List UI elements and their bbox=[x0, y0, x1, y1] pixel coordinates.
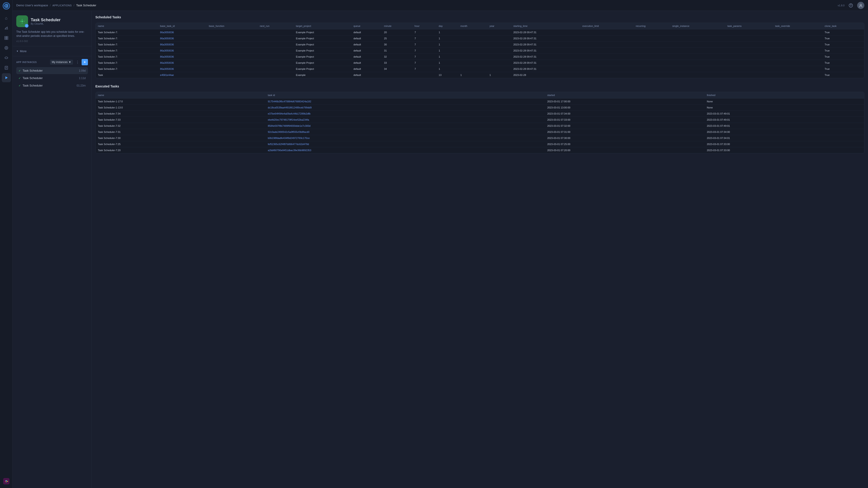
table-row: Task Scheduler-7:20a2bbf60790e8451dbac39… bbox=[96, 147, 864, 153]
table-cell: 25 bbox=[382, 35, 412, 41]
instance-name: Task Scheduler bbox=[23, 76, 77, 80]
table-row: Task Scheduler-1-17:09175446b3f6c470884d… bbox=[96, 98, 864, 105]
table-cell: 2023-02-28 09:47:31 bbox=[511, 66, 580, 72]
table-cell: 2023-03-01 07:49:01 bbox=[705, 117, 864, 123]
table-cell bbox=[670, 66, 725, 72]
table-cell: 7 bbox=[412, 66, 436, 72]
sidebar-item-reports[interactable] bbox=[2, 63, 11, 72]
table-cell: b0b198fdadfe434f9d24972769c170ce bbox=[266, 135, 545, 141]
table-cell bbox=[487, 41, 511, 48]
executed-table-wrapper: nametask idstartedfinished Task Schedule… bbox=[96, 92, 864, 153]
table-cell bbox=[633, 29, 670, 35]
slack-icon[interactable] bbox=[3, 478, 9, 484]
instance-check-icon: ✓ bbox=[19, 84, 21, 87]
scheduled-col-header: name bbox=[96, 23, 158, 29]
table-cell: Example Project bbox=[293, 35, 351, 41]
table-cell: 7 bbox=[412, 35, 436, 41]
table-cell: 7 bbox=[412, 54, 436, 60]
instances-header: APP INSTANCES My instances ▼ ⋮ + bbox=[16, 59, 88, 65]
task-id-link[interactable]: 92c0ade2490542c5a9f555cf3b8facd0 bbox=[268, 131, 309, 133]
my-instances-filter[interactable]: My instances ▼ bbox=[50, 60, 73, 65]
sidebar-item-experiments[interactable] bbox=[2, 24, 11, 33]
table-cell: default bbox=[351, 48, 382, 54]
table-row: Task Scheduler-7:25fef52365c62f4f87b8664… bbox=[96, 141, 864, 147]
table-cell: 20 bbox=[382, 29, 412, 35]
table-cell: True bbox=[822, 35, 864, 41]
table-cell: default bbox=[351, 72, 382, 78]
instance-item[interactable]: ✓ Task Scheduler 1:11d bbox=[16, 74, 88, 82]
table-cell: True bbox=[822, 29, 864, 35]
executed-col-header: name bbox=[96, 92, 266, 98]
table-cell: True bbox=[822, 66, 864, 72]
table-cell: Task Scheduler-7:33 bbox=[96, 117, 266, 123]
task-id-link[interactable]: e37be64f494e4a09a4c44b17289b2dfb bbox=[268, 112, 311, 115]
task-id-link[interactable]: 86a3050036 bbox=[160, 49, 174, 52]
svg-rect-3 bbox=[5, 38, 6, 39]
table-cell: 86a3050036 bbox=[158, 41, 207, 48]
table-cell: 2023-03-01 07:34:00 bbox=[545, 111, 705, 117]
table-cell: Example Project bbox=[293, 48, 351, 54]
table-cell bbox=[580, 66, 633, 72]
executed-section: Executed Tasks nametask idstartedfinishe… bbox=[95, 84, 864, 153]
more-label: More bbox=[20, 50, 27, 53]
sidebar-bottom bbox=[3, 478, 9, 486]
task-id-link[interactable]: e4581e44ae bbox=[160, 74, 174, 76]
scheduled-col-header: queue bbox=[351, 23, 382, 29]
instance-item[interactable]: ✓ Task Scheduler 01:23m bbox=[16, 82, 88, 89]
applications-link[interactable]: APPLICATIONS bbox=[53, 4, 72, 7]
app-version: v1.8.0-582 bbox=[16, 40, 88, 42]
task-id-link[interactable]: 86a3050036 bbox=[160, 68, 174, 70]
task-id-link[interactable]: 86a3050036 bbox=[160, 61, 174, 64]
help-button[interactable] bbox=[847, 2, 855, 9]
table-cell: a2bbf60790e8451dbac39e36b9892353 bbox=[266, 147, 545, 153]
table-cell bbox=[207, 66, 257, 72]
sidebar-item-models[interactable] bbox=[2, 43, 11, 53]
instance-item[interactable]: ✓ Task Scheduler 1:09d bbox=[16, 67, 88, 74]
task-id-link[interactable]: 86a3050036 bbox=[160, 31, 174, 34]
sidebar-item-datasets[interactable] bbox=[2, 33, 11, 42]
table-cell bbox=[580, 54, 633, 60]
table-cell: Task Scheduler-7:31 bbox=[96, 129, 266, 135]
table-cell bbox=[633, 54, 670, 60]
task-id-link[interactable]: 86a3050036 bbox=[160, 43, 174, 46]
instance-list: ✓ Task Scheduler 1:09d ✓ Task Scheduler … bbox=[16, 67, 88, 89]
table-cell bbox=[670, 54, 725, 60]
workspace-link[interactable]: Demo User's workspace bbox=[16, 4, 48, 7]
task-id-link[interactable]: a2bbf60790e8451dbac39e36b9892353 bbox=[268, 149, 311, 152]
more-options-button[interactable]: ⋮ bbox=[74, 59, 81, 65]
table-cell: Task Scheduler-7: bbox=[96, 41, 158, 48]
add-instance-button[interactable]: + bbox=[82, 59, 88, 65]
table-row: Task Scheduler-1-13:0dc18ca5539aa4491861… bbox=[96, 105, 864, 111]
task-id-link[interactable]: 9175446b3f6c470884d676883424a182 bbox=[268, 100, 311, 103]
chevron-icon: ▼ bbox=[16, 50, 19, 53]
task-id-link[interactable]: 8584e597f8b7489f94830dde1e7c300d bbox=[268, 125, 311, 127]
topbar-actions: v1.8.0 bbox=[838, 2, 864, 9]
avatar-button[interactable] bbox=[857, 2, 864, 9]
scheduled-col-header: day bbox=[436, 23, 458, 29]
logo[interactable] bbox=[2, 2, 10, 10]
svg-marker-11 bbox=[5, 76, 8, 79]
svg-point-6 bbox=[6, 47, 7, 48]
more-toggle[interactable]: ▼ More bbox=[16, 48, 88, 54]
task-id-link[interactable]: fef52365c62f4f87b866477dc62d478d bbox=[268, 143, 309, 145]
sidebar-item-pipelines[interactable] bbox=[2, 53, 11, 62]
table-cell: 2023-02-28 09:47:31 bbox=[511, 29, 580, 35]
table-row: Task Scheduler-7:33ebefd20ec79748179ff14… bbox=[96, 117, 864, 123]
table-cell bbox=[207, 54, 257, 60]
task-id-link[interactable]: b0b198fdadfe434f9d24972769c170ce bbox=[268, 137, 310, 139]
task-id-link[interactable]: ebefd20ec79748179ff14ee52ba234fa bbox=[268, 119, 309, 121]
sidebar-item-home[interactable]: ⌂ bbox=[2, 13, 11, 23]
table-cell: 1 bbox=[458, 72, 487, 78]
executed-title: Executed Tasks bbox=[95, 84, 864, 89]
table-cell bbox=[458, 41, 487, 48]
task-id-link[interactable]: 86a3050036 bbox=[160, 55, 174, 58]
more-section: ▼ More bbox=[13, 46, 92, 56]
sidebar-item-orchestration[interactable] bbox=[2, 73, 11, 82]
table-cell bbox=[773, 54, 822, 60]
task-id-link[interactable]: dc18ca5539aa44918612489ceb799dd9 bbox=[268, 106, 312, 109]
table-cell: fef52365c62f4f87b866477dc62d478d bbox=[266, 141, 545, 147]
table-cell bbox=[773, 29, 822, 35]
table-cell bbox=[633, 35, 670, 41]
table-cell: Task Scheduler-7:34 bbox=[96, 111, 266, 117]
task-id-link[interactable]: 86a3050036 bbox=[160, 37, 174, 40]
